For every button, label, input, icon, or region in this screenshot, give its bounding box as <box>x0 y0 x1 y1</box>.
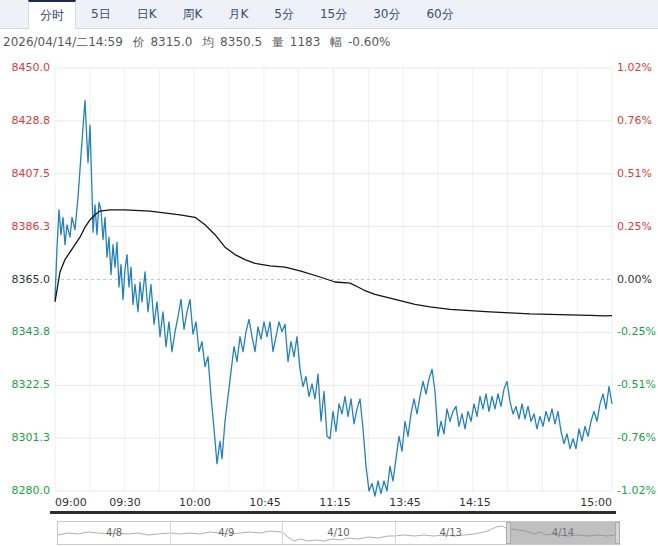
period-tab-bar: 分时5日日K周K月K5分15分30分60分 <box>0 0 658 29</box>
tab-1[interactable]: 5日 <box>80 0 122 28</box>
navigator-left-handle[interactable] <box>506 522 511 544</box>
navigator-divider <box>170 522 171 544</box>
tab-3[interactable]: 周K <box>172 0 214 28</box>
y-left-label-7: 8301.3 <box>0 432 50 444</box>
y-left-label-8: 8280.0 <box>0 485 50 497</box>
x-label-7: 15:00 <box>580 496 612 509</box>
navigator-divider <box>282 522 283 544</box>
tab-5[interactable]: 5分 <box>263 0 305 28</box>
change-value: -0.60% <box>348 35 390 49</box>
navigator-day-label-1: 4/9 <box>218 527 234 538</box>
y-right-label-7: -0.76% <box>617 432 656 444</box>
navigator-day-label-2: 4/10 <box>327 527 349 538</box>
tab-8[interactable]: 60分 <box>415 0 464 28</box>
navigator-divider <box>395 522 396 544</box>
minute-chart-widget: { "tabs": { "items": [ {"label": "分时", "… <box>0 0 658 546</box>
y-left-label-0: 8450.0 <box>0 62 50 74</box>
y-right-label-8: -1.02% <box>617 485 656 497</box>
tab-2[interactable]: 日K <box>126 0 168 28</box>
navigator-day-label-3: 4/13 <box>439 527 461 538</box>
volume-value: 1183 <box>290 35 321 49</box>
x-axis-line <box>50 511 616 514</box>
tab-4[interactable]: 月K <box>217 0 259 28</box>
y-left-label-3: 8386.3 <box>0 221 50 233</box>
y-right-label-6: -0.51% <box>617 379 656 391</box>
navigator-right-handle[interactable] <box>615 522 620 544</box>
y-left-label-4: 8365.0 <box>0 274 50 286</box>
y-left-label-2: 8407.5 <box>0 168 50 180</box>
quote-info-bar: 2026/04/14/二14:59 价 8315.0 均 8350.5 量 11… <box>3 34 396 50</box>
navigator-selection[interactable] <box>507 522 619 544</box>
x-label-4: 11:15 <box>319 496 351 509</box>
y-left-label-1: 8428.8 <box>0 115 50 127</box>
price-plot-area[interactable] <box>55 68 612 500</box>
y-right-label-1: 0.76% <box>617 115 652 127</box>
tab-6[interactable]: 15分 <box>309 0 358 28</box>
y-right-label-2: 0.51% <box>617 168 652 180</box>
x-label-0: 09:00 <box>55 496 87 509</box>
price-value: 8315.0 <box>150 35 192 49</box>
x-label-3: 10:45 <box>249 496 281 509</box>
x-label-6: 14:15 <box>459 496 491 509</box>
change-label: 幅 <box>330 35 342 49</box>
date-navigator[interactable]: 4/84/94/104/134/14 <box>57 521 620 545</box>
navigator-day-label-0: 4/8 <box>106 527 122 538</box>
avg-value: 8350.5 <box>220 35 262 49</box>
y-right-label-5: -0.25% <box>617 326 656 338</box>
y-right-label-0: 1.02% <box>617 62 652 74</box>
y-right-label-3: 0.25% <box>617 221 652 233</box>
x-label-1: 09:30 <box>109 496 141 509</box>
avg-label: 均 <box>202 35 214 49</box>
y-left-label-6: 8322.5 <box>0 379 50 391</box>
x-label-2: 10:00 <box>179 496 211 509</box>
price-label: 价 <box>133 35 145 49</box>
tab-0[interactable]: 分时 <box>28 0 76 29</box>
y-right-label-4: 0.00% <box>617 274 652 286</box>
volume-label: 量 <box>272 35 284 49</box>
tab-7[interactable]: 30分 <box>362 0 411 28</box>
y-left-label-5: 8343.8 <box>0 326 50 338</box>
x-label-5: 13:45 <box>389 496 421 509</box>
quote-datetime: 2026/04/14/二14:59 <box>3 35 123 49</box>
